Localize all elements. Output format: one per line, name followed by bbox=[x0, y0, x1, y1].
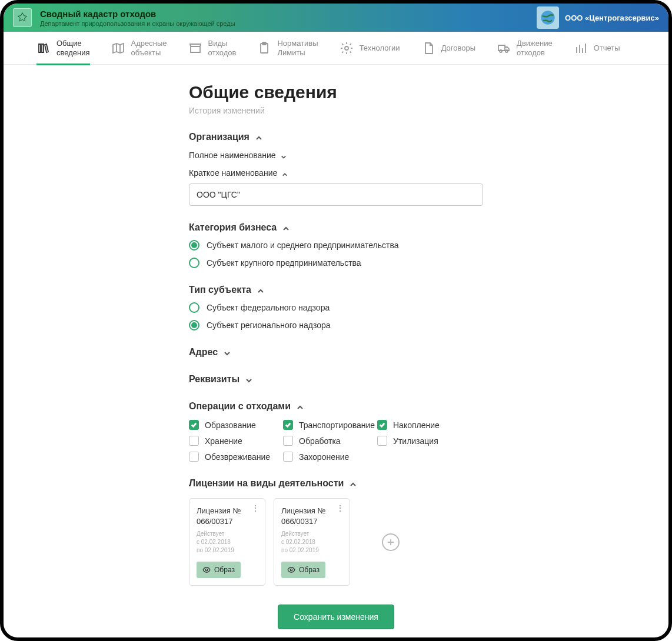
section-label: Операции с отходами bbox=[189, 401, 291, 412]
section-address[interactable]: Адрес bbox=[189, 347, 483, 358]
card-menu-icon[interactable]: ⋮ bbox=[251, 503, 260, 513]
check-7[interactable]: Захоронение bbox=[283, 452, 377, 462]
app-subtitle: Департамент природопользования и охраны … bbox=[40, 20, 537, 27]
chevron-up-icon bbox=[297, 403, 304, 410]
nav-norms-limits[interactable]: НормативыЛимиты bbox=[257, 31, 318, 65]
checkbox-icon bbox=[189, 436, 199, 446]
radio-label: Субъект федерального надзора bbox=[207, 303, 330, 312]
add-license-button[interactable] bbox=[382, 533, 400, 551]
section-subject-type[interactable]: Тип субъекта bbox=[189, 285, 483, 295]
globe-icon bbox=[537, 6, 559, 29]
card-menu-icon[interactable]: ⋮ bbox=[336, 503, 345, 513]
radio-small-medium[interactable]: Субъект малого и среднего предпринимател… bbox=[189, 240, 483, 251]
map-icon bbox=[111, 41, 125, 55]
short-name-input[interactable] bbox=[189, 183, 483, 206]
checkbox-icon bbox=[283, 420, 293, 430]
chevron-up-icon bbox=[257, 286, 264, 293]
check-label: Транспортирование bbox=[299, 420, 375, 430]
main-nav: Общиесведения Адресныеобъекты Видыотходо… bbox=[4, 32, 668, 65]
section-label: Адрес bbox=[189, 347, 218, 358]
chevron-up-icon bbox=[255, 133, 262, 141]
check-label: Захоронение bbox=[299, 452, 349, 462]
check-2[interactable]: Накопление bbox=[377, 420, 471, 430]
app-title: Сводный кадастр отходов bbox=[40, 9, 537, 19]
radio-label: Субъект малого и среднего предпринимател… bbox=[207, 241, 398, 250]
radio-regional[interactable]: Субъект регионального надзора bbox=[189, 320, 483, 330]
svg-point-4 bbox=[500, 50, 502, 52]
chevron-up-icon bbox=[282, 170, 288, 176]
nav-label: сведения bbox=[56, 48, 90, 57]
app-logo bbox=[13, 8, 32, 27]
section-label: Организация bbox=[189, 132, 249, 142]
save-button[interactable]: Сохранить изменения bbox=[278, 605, 394, 629]
svg-point-3 bbox=[345, 46, 348, 50]
radio-icon bbox=[189, 258, 199, 268]
field-label: Краткое наименование bbox=[189, 168, 277, 178]
section-licenses[interactable]: Лицензии на виды деятельности bbox=[189, 478, 483, 489]
chevron-down-icon bbox=[224, 349, 231, 356]
nav-technologies[interactable]: Технологии bbox=[340, 33, 400, 64]
section-organization[interactable]: Организация bbox=[189, 132, 483, 142]
full-name-toggle[interactable]: Полное наименование bbox=[189, 151, 483, 160]
check-0[interactable]: Образование bbox=[189, 420, 283, 430]
field-label: Полное наименование bbox=[189, 151, 276, 160]
nav-label: отходов bbox=[208, 48, 237, 57]
section-business-category[interactable]: Категория бизнеса bbox=[189, 222, 483, 233]
org-name[interactable]: ООО «Центрогазсервис» bbox=[565, 14, 659, 22]
chevron-up-icon bbox=[282, 224, 290, 231]
section-label: Тип субъекта bbox=[189, 285, 251, 295]
nav-general-info[interactable]: Общиесведения bbox=[36, 31, 90, 65]
check-label: Накопление bbox=[393, 420, 440, 430]
license-card: ⋮Лицензия № 066/00317Действуетс 02.02.20… bbox=[274, 498, 350, 586]
nav-label: Виды bbox=[208, 39, 228, 48]
nav-reports[interactable]: Отчеты bbox=[574, 33, 620, 64]
nav-address-objects[interactable]: Адресныеобъекты bbox=[111, 31, 167, 65]
radio-large[interactable]: Субъект крупного предпринимательства bbox=[189, 258, 483, 268]
check-6[interactable]: Обезвреживание bbox=[189, 452, 283, 462]
nav-label: Нормативы bbox=[277, 39, 318, 48]
short-name-toggle[interactable]: Краткое наименование bbox=[189, 168, 483, 178]
radio-federal[interactable]: Субъект федерального надзора bbox=[189, 302, 483, 313]
nav-label: отходов bbox=[517, 48, 545, 57]
checkbox-icon bbox=[377, 436, 387, 446]
section-requisites[interactable]: Реквизиты bbox=[189, 374, 483, 385]
nav-label: Лимиты bbox=[277, 48, 305, 57]
check-label: Образование bbox=[205, 420, 256, 430]
nav-label: Общие bbox=[56, 39, 82, 48]
card-meta: Действуетс 02.02.2018по 02.02.2019 bbox=[281, 530, 342, 555]
check-3[interactable]: Хранение bbox=[189, 436, 283, 446]
check-label: Обезвреживание bbox=[205, 452, 270, 462]
nav-label: Отчеты bbox=[594, 44, 620, 53]
view-image-button[interactable]: Образ bbox=[281, 562, 325, 578]
check-label: Обработка bbox=[299, 436, 341, 446]
section-label: Категория бизнеса bbox=[189, 222, 277, 233]
section-label: Лицензии на виды деятельности bbox=[189, 478, 344, 489]
nav-contracts[interactable]: Договоры bbox=[421, 33, 475, 64]
truck-icon bbox=[497, 41, 511, 55]
radio-label: Субъект регионального надзора bbox=[207, 320, 331, 330]
chevron-up-icon bbox=[350, 480, 357, 487]
section-operations[interactable]: Операции с отходами bbox=[189, 401, 483, 412]
nav-waste-types[interactable]: Видыотходов bbox=[188, 31, 237, 65]
section-label: Реквизиты bbox=[189, 374, 239, 385]
nav-label: Движение bbox=[517, 39, 553, 48]
check-1[interactable]: Транспортирование bbox=[283, 420, 377, 430]
card-title: Лицензия № 066/00317 bbox=[197, 506, 258, 526]
nav-label: Договоры bbox=[441, 44, 475, 53]
store-icon bbox=[188, 41, 202, 55]
radio-icon bbox=[189, 240, 199, 251]
radio-label: Субъект крупного предпринимательства bbox=[207, 258, 361, 268]
check-5[interactable]: Утилизация bbox=[377, 436, 471, 446]
clipboard-icon bbox=[257, 41, 271, 55]
check-label: Утилизация bbox=[393, 436, 438, 446]
license-card: ⋮Лицензия № 066/00317Действуетс 02.02.20… bbox=[189, 498, 265, 586]
nav-label: Технологии bbox=[360, 44, 400, 53]
view-image-button[interactable]: Образ bbox=[197, 562, 241, 578]
chevron-down-icon bbox=[245, 376, 252, 383]
radio-icon bbox=[189, 302, 199, 313]
nav-waste-movement[interactable]: Движениеотходов bbox=[497, 31, 553, 65]
nav-label: Адресные bbox=[131, 39, 167, 48]
card-title: Лицензия № 066/00317 bbox=[281, 506, 342, 526]
check-4[interactable]: Обработка bbox=[283, 436, 377, 446]
page-history-link[interactable]: История изменений bbox=[189, 106, 483, 115]
